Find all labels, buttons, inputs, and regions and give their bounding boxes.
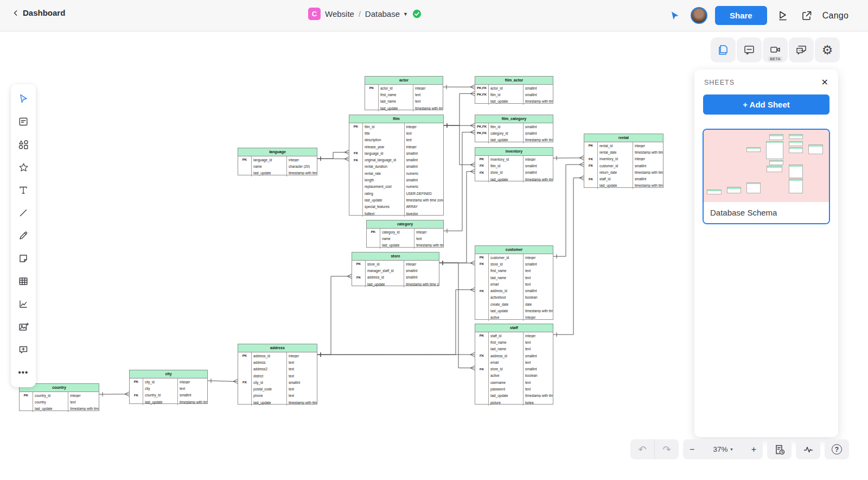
table-staff[interactable]: staffPKstaff_idintegerfirst_nametextlast…: [475, 324, 553, 405]
comments-button[interactable]: [737, 37, 762, 62]
table-row: PKinventory_idinteger: [475, 156, 553, 162]
add-sheet-button[interactable]: + Add Sheet: [703, 94, 829, 115]
table-row: passwordtext: [475, 386, 553, 392]
table-address[interactable]: addressPKaddress_idintegeraddresstextadd…: [238, 344, 317, 405]
present-icon[interactable]: [775, 8, 791, 24]
table-title: store: [352, 252, 439, 261]
minimap-table: [789, 134, 803, 139]
select-tool[interactable]: [12, 87, 34, 110]
undo-button[interactable]: ↶: [630, 439, 654, 459]
table-country[interactable]: countryPKcountry_idintegercountrytextlas…: [19, 383, 99, 411]
right-toolbar: BETA ⚙: [711, 37, 840, 62]
table-row: activeboolboolean: [475, 294, 553, 301]
settings-button[interactable]: ⚙: [815, 37, 840, 62]
table-rental[interactable]: rentalPKrental_idintegerrental_datetimes…: [584, 134, 663, 188]
table-row: address2text: [238, 366, 317, 372]
table-row: PKstaff_idinteger: [475, 332, 553, 339]
table-customer[interactable]: customerPKcustomer_idintegerFKstore_idsm…: [475, 245, 553, 320]
more-tools[interactable]: •••: [12, 361, 34, 384]
text-tool[interactable]: [12, 179, 34, 201]
table-row: ratingUSER-DEFINED: [349, 190, 443, 197]
table-row: FKcountry_idsmallint: [130, 392, 207, 399]
minimap-table: [769, 160, 783, 165]
comment-add-tool[interactable]: [12, 338, 34, 361]
back-label: Dashboard: [23, 8, 65, 17]
table-city[interactable]: cityPKcity_idintegercitytextFKcountry_id…: [129, 370, 208, 404]
help-button[interactable]: ?: [825, 439, 849, 459]
image-add-tool[interactable]: [12, 315, 34, 338]
sheets-panel: SHEETS ✕ + Add Sheet Database Schema: [694, 70, 838, 437]
export-icon[interactable]: [799, 8, 815, 24]
table-store[interactable]: storePKstore_idintegermanager_staff_idsm…: [352, 252, 439, 286]
table-row: first_nametext: [475, 268, 553, 274]
sheets-panel-button[interactable]: [711, 37, 736, 62]
video-call-button[interactable]: BETA: [763, 37, 788, 62]
table-row: emailtext: [475, 359, 553, 365]
table-row: PKfilm_idinteger: [349, 123, 443, 130]
breadcrumb-document[interactable]: Database: [365, 9, 400, 18]
version-history-button[interactable]: [767, 439, 792, 459]
table-category[interactable]: categoryPKcategory_idintegernametextlast…: [366, 220, 444, 248]
table-row: last_updatetimestamp with time zone: [365, 105, 443, 111]
chevron-down-icon[interactable]: ▼: [403, 11, 408, 17]
table-row: phonetext: [238, 393, 317, 399]
table-tool[interactable]: [12, 270, 34, 293]
zoom-level-dropdown[interactable]: 37% ▾: [713, 445, 732, 453]
table-language[interactable]: languagePKlanguage_idintegernamecharacte…: [238, 148, 317, 175]
table-row: manager_staff_idsmallint: [352, 267, 439, 274]
table-row: rental_ratenumeric: [349, 170, 443, 176]
table-row: PKcountry_idinteger: [20, 392, 99, 399]
table-row: picturebytea: [475, 399, 553, 406]
back-to-dashboard[interactable]: Dashboard: [12, 8, 65, 17]
notes-tool[interactable]: [12, 110, 34, 133]
table-row: last_updatetimestamp with time zone: [475, 393, 553, 399]
back-chevron-icon: [12, 9, 20, 17]
shapes-tool[interactable]: [12, 133, 34, 156]
zoom-control: − 37% ▾ +: [683, 439, 763, 459]
activity-pulse-button[interactable]: [796, 439, 820, 459]
table-row: last_updatetimestamp with time zone: [475, 137, 553, 143]
table-row: last_updatetimestamp with time zone: [349, 197, 443, 203]
table-row: FKfilm_idsmallint: [475, 162, 553, 169]
table-actor[interactable]: actorPKactor_idintegerfirst_nametextlast…: [365, 76, 443, 110]
line-tool[interactable]: [12, 201, 34, 224]
table-title: film_category: [475, 115, 553, 123]
table-row: PK,FKcategory_idsmallint: [475, 130, 553, 136]
brand-logo: Cango: [822, 11, 848, 21]
table-row: last_updatetimestamp with time zone: [352, 281, 439, 287]
table-title: city: [130, 370, 207, 378]
sheet-card-database-schema[interactable]: Database Schema: [703, 129, 830, 224]
breadcrumb-workspace[interactable]: Website: [325, 9, 354, 18]
sticky-note-tool[interactable]: [12, 247, 34, 270]
zoom-in-button[interactable]: +: [751, 445, 756, 454]
table-title: customer: [475, 246, 553, 254]
pencil-tool[interactable]: [12, 224, 34, 247]
table-row: FKinventory_idinteger: [584, 156, 663, 162]
table-row: FKaddress_idsmallint: [352, 274, 439, 281]
zoom-out-button[interactable]: −: [690, 445, 694, 454]
minimap-table: [769, 134, 783, 140]
table-film[interactable]: filmPKfilm_idintegertitletextdescription…: [349, 115, 444, 216]
avatar[interactable]: [691, 7, 707, 24]
table-row: descriptiontext: [349, 137, 443, 143]
table-title: language: [238, 148, 317, 156]
redo-button[interactable]: ↷: [654, 439, 679, 459]
table-row: last_updatetimestamp with time zone: [130, 399, 207, 405]
chat-button[interactable]: [789, 37, 814, 62]
table-row: first_nametext: [475, 339, 553, 345]
pointer-tool-icon[interactable]: [667, 8, 683, 24]
close-icon[interactable]: ✕: [821, 78, 828, 87]
table-row: last_updatetimestamp with time zone: [475, 307, 553, 314]
table-film_actor[interactable]: film_actorPK,FKactor_idsmallintPK,FKfilm…: [475, 76, 553, 104]
table-row: FKstore_idsmallint: [475, 365, 553, 372]
chart-tool[interactable]: [12, 293, 34, 315]
table-film_category[interactable]: film_categoryPK,FKfilm_idsmallintPK,FKca…: [475, 115, 553, 142]
favorites-star-tool[interactable]: [12, 156, 34, 179]
sheets-panel-title: SHEETS: [704, 79, 735, 86]
table-inventory[interactable]: inventoryPKinventory_idintegerFKfilm_ids…: [475, 147, 553, 181]
table-row: last_updatetimestamp with time zone: [584, 182, 663, 189]
saved-check-icon: [412, 9, 422, 18]
share-button[interactable]: Share: [715, 6, 767, 25]
table-row: FKaddress_idsmallint: [475, 352, 553, 359]
table-row: fulltexttsvector: [349, 210, 443, 217]
